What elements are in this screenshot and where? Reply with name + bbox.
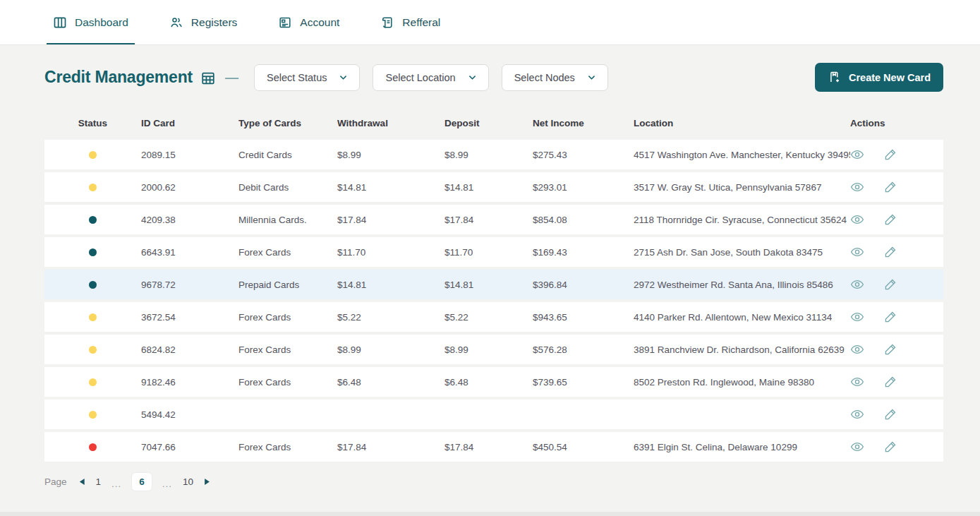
card-type-value: Forex Cards xyxy=(238,442,337,452)
deposit-value: $8.99 xyxy=(444,344,533,355)
prev-page-arrow-icon[interactable] xyxy=(79,478,85,486)
column-header-type: Type of Cards xyxy=(238,118,337,128)
net-income-value: $169.43 xyxy=(533,247,634,258)
page-number-last[interactable]: 10 xyxy=(183,476,193,487)
edit-button[interactable] xyxy=(883,212,897,227)
status-cell xyxy=(44,411,141,419)
status-dot xyxy=(89,216,97,224)
people-icon xyxy=(169,16,183,30)
pencil-icon xyxy=(883,407,897,421)
tab-label: Registers xyxy=(191,16,237,29)
location-value: 3891 Ranchview Dr. Richardson, Californi… xyxy=(634,344,850,355)
id-card-value: 6643.91 xyxy=(141,247,238,258)
edit-button[interactable] xyxy=(883,342,897,356)
net-income-value: $450.54 xyxy=(533,442,634,452)
table-row: 3672.54 Forex Cards $5.22 $5.22 $943.65 … xyxy=(44,302,943,332)
next-page-arrow-icon[interactable] xyxy=(204,478,210,486)
select-location-label: Select Location xyxy=(385,72,455,83)
eye-icon xyxy=(850,212,864,227)
deposit-value: $17.84 xyxy=(444,442,533,452)
pagination: Page 1 ... 6 ... 10 xyxy=(44,473,980,491)
view-button[interactable] xyxy=(850,375,864,389)
card-type-value: Forex Cards xyxy=(238,377,337,388)
column-header-net-income: Net Income xyxy=(533,118,634,128)
deposit-value: $11.70 xyxy=(444,247,533,258)
id-card-value: 2089.15 xyxy=(141,150,238,160)
tab-registers[interactable]: Registers xyxy=(169,0,237,44)
table-row: 4209.38 Millennia Cards. $17.84 $17.84 $… xyxy=(44,205,943,234)
edit-button[interactable] xyxy=(883,310,897,324)
card-type-value: Debit Cards xyxy=(238,182,337,193)
edit-button[interactable] xyxy=(883,407,897,421)
view-button[interactable] xyxy=(850,310,864,324)
create-new-card-button[interactable]: Create New Card xyxy=(815,63,943,92)
table-row: 6824.82 Forex Cards $8.99 $8.99 $576.28 … xyxy=(44,335,943,364)
tab-dashboard[interactable]: Dashboard xyxy=(53,0,128,44)
net-income-value: $576.28 xyxy=(533,344,634,355)
deposit-value: $14.81 xyxy=(444,182,533,193)
view-button[interactable] xyxy=(850,277,864,292)
dashboard-columns-icon xyxy=(53,16,67,30)
table-row: 2000.62 Debit Cards $14.81 $14.81 $293.0… xyxy=(44,172,943,202)
credit-table: Status ID Card Type of Cards Withdrawal … xyxy=(44,107,943,462)
edit-button[interactable] xyxy=(883,375,897,389)
actions-cell xyxy=(850,310,943,324)
actions-cell xyxy=(850,342,943,356)
column-header-id-card: ID Card xyxy=(141,118,238,128)
create-new-card-label: Create New Card xyxy=(849,72,931,83)
status-dot xyxy=(89,346,97,354)
deposit-value: $8.99 xyxy=(444,150,533,160)
pencil-icon xyxy=(883,342,897,356)
id-card-value: 9678.72 xyxy=(141,280,238,290)
deposit-value: $14.81 xyxy=(444,280,533,290)
withdrawal-value: $17.84 xyxy=(337,215,444,225)
edit-button[interactable] xyxy=(883,277,897,292)
eye-icon xyxy=(850,310,864,324)
select-status-label: Select Status xyxy=(267,72,327,83)
status-dot xyxy=(89,281,97,289)
view-button[interactable] xyxy=(850,407,864,421)
page-number-first[interactable]: 1 xyxy=(96,476,102,487)
actions-cell xyxy=(850,375,943,389)
view-button[interactable] xyxy=(850,180,864,194)
withdrawal-value: $17.84 xyxy=(337,442,444,452)
withdrawal-value: $14.81 xyxy=(337,182,444,193)
id-card-value: 3672.54 xyxy=(141,312,238,323)
view-button[interactable] xyxy=(850,212,864,227)
pencil-icon xyxy=(883,212,897,227)
select-location-dropdown[interactable]: Select Location xyxy=(373,64,488,91)
page-number-current[interactable]: 6 xyxy=(132,473,152,491)
tab-account[interactable]: Account xyxy=(278,0,339,44)
deposit-value: $5.22 xyxy=(444,312,533,323)
tab-refferal[interactable]: Refferal xyxy=(380,0,440,44)
status-dot xyxy=(89,313,97,321)
pagination-label: Page xyxy=(44,476,67,487)
edit-button[interactable] xyxy=(883,245,897,259)
table-header-row: Status ID Card Type of Cards Withdrawal … xyxy=(44,107,943,140)
edit-button[interactable] xyxy=(883,440,897,454)
page-title: Credit Management xyxy=(44,68,193,87)
view-button[interactable] xyxy=(850,245,864,259)
location-value: 4140 Parker Rd. Allentown, New Mexico 31… xyxy=(634,312,850,323)
pencil-icon xyxy=(883,148,897,162)
table-row: 7047.66 Forex Cards $17.84 $17.84 $450.5… xyxy=(44,432,943,462)
select-status-dropdown[interactable]: Select Status xyxy=(254,64,360,91)
select-nodes-dropdown[interactable]: Select Nodes xyxy=(502,64,608,91)
status-cell xyxy=(44,346,141,354)
view-button[interactable] xyxy=(850,440,864,454)
eye-icon xyxy=(850,148,864,162)
withdrawal-value: $5.22 xyxy=(337,312,444,323)
view-button[interactable] xyxy=(850,148,864,162)
column-header-location: Location xyxy=(634,118,850,128)
chevron-down-icon xyxy=(338,72,349,83)
tab-label: Refferal xyxy=(402,16,440,29)
id-card-icon xyxy=(278,16,292,30)
location-value: 4517 Washington Ave. Manchester, Kentuck… xyxy=(634,150,850,160)
edit-button[interactable] xyxy=(883,180,897,194)
edit-button[interactable] xyxy=(883,148,897,162)
status-cell xyxy=(44,313,141,321)
net-income-value: $396.84 xyxy=(533,280,634,290)
status-dot xyxy=(89,443,97,451)
status-dot xyxy=(89,151,97,159)
view-button[interactable] xyxy=(850,342,864,356)
